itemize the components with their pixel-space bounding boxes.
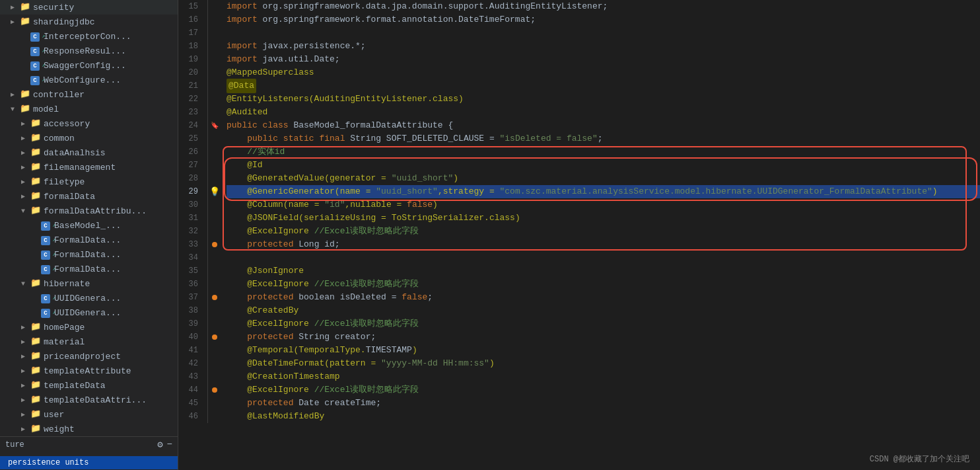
gear-icon[interactable]: ⚙ <box>157 439 162 450</box>
arrow-closed <box>21 396 30 404</box>
token: SOFT_DELETED_CLAUSE <box>386 132 484 145</box>
token: @LastModifiedBy <box>247 410 324 423</box>
sidebar-item-dataAnalhsis[interactable]: 📁dataAnalhsis <box>0 145 178 160</box>
token <box>227 212 247 225</box>
code-line-42: @DateTimeFormat(pattern = "yyyy-MM-dd HH… <box>227 357 980 370</box>
token: @JsonIgnore <box>247 264 304 278</box>
gutter-35 <box>208 264 221 278</box>
gutter-32 <box>208 225 221 238</box>
sidebar-item-controller[interactable]: 📁controller <box>0 87 178 102</box>
sidebar-item-templateDataAttri[interactable]: 📁templateDataAttri... <box>0 393 178 407</box>
code-line-43: @CreationTimestamp <box>227 370 980 383</box>
line-number-32: 32 <box>178 225 202 238</box>
token: //Excel读取时忽略此字段 <box>314 278 419 291</box>
bookmark-icon[interactable]: 🔖 <box>211 122 219 130</box>
token: @ExcelIgnore <box>247 383 314 397</box>
sidebar-item-label: UUIDGenera... <box>54 308 121 318</box>
gutter-29: 💡 <box>208 185 221 198</box>
token <box>227 198 247 212</box>
panel-item-persistence[interactable]: persistence units <box>0 456 178 469</box>
code-line-35: @JsonIgnore <box>227 264 980 278</box>
sidebar-item-label: InterceptorCon... <box>44 32 131 42</box>
code-line-38: @CreatedBy <box>227 304 980 317</box>
sidebar-item-ResponseResul[interactable]: C ↗ ResponseResul... <box>0 44 178 58</box>
sidebar-item-FormalData1[interactable]: C ↗ FormalData... <box>0 233 178 247</box>
sidebar-item-homePage[interactable]: 📁homePage <box>0 320 178 334</box>
sidebar-item-hibernate[interactable]: 📁hibernate <box>0 276 178 291</box>
sidebar-item-label: priceandproject <box>44 352 121 362</box>
sidebar-item-accessory[interactable]: 📁accessory <box>0 116 178 131</box>
token <box>227 172 247 185</box>
token: ) <box>932 185 938 198</box>
line-number-41: 41 <box>178 344 202 357</box>
code-line-40: protected String creator; <box>227 331 980 344</box>
sidebar-item-priceandproject[interactable]: 📁priceandproject <box>0 349 178 364</box>
line-number-23: 23 <box>178 106 202 119</box>
token: org.springframework.format.annotation.Da… <box>263 13 536 26</box>
gutter-42 <box>208 357 221 370</box>
token <box>227 159 247 172</box>
sidebar-item-UUIDGenera1[interactable]: C ↗ UUIDGenera... <box>0 291 178 305</box>
line-number-42: 42 <box>178 357 202 370</box>
line-number-28: 28 <box>178 172 202 185</box>
sidebar-item-label: weight <box>44 424 75 434</box>
sidebar-item-templateAttribute[interactable]: 📁templateAttribute <box>0 364 178 378</box>
minus-icon[interactable]: − <box>167 439 172 450</box>
java-class-icon: C ↗ <box>30 60 41 71</box>
sidebar-item-InterceptorCon[interactable]: C ↗ InterceptorCon... <box>0 29 178 44</box>
sidebar-item-filemanagement[interactable]: 📁filemanagement <box>0 160 178 175</box>
sidebar-item-weight[interactable]: 📁weight <box>0 422 178 436</box>
code-line-44: @ExcelIgnore //Excel读取时忽略此字段 <box>227 383 980 397</box>
sidebar-item-model[interactable]: 📁model <box>0 102 178 116</box>
sidebar-item-formalData[interactable]: 📁formalData <box>0 189 178 204</box>
token: public <box>227 119 263 132</box>
sidebar-item-FormalData2[interactable]: C ↗ FormalData... <box>0 247 178 262</box>
sidebar-item-material[interactable]: 📁material <box>0 334 178 349</box>
token <box>227 132 247 145</box>
sidebar-item-user[interactable]: 📁user <box>0 407 178 422</box>
java-class-icon: C ↗ <box>30 46 41 56</box>
arrow-closed <box>21 134 30 142</box>
sidebar-item-label: hibernate <box>44 279 90 289</box>
code-line-19: import java.util.Date; <box>227 53 980 66</box>
code-lines[interactable]: import org.springframework.data.jpa.doma… <box>221 0 980 423</box>
folder-icon: 📁 <box>20 104 30 114</box>
line-number-43: 43 <box>178 370 202 383</box>
token: //Excel读取时忽略此字段 <box>314 383 419 397</box>
sidebar-item-filetype[interactable]: 📁filetype <box>0 175 178 189</box>
gutter-21 <box>208 79 221 93</box>
token: id; <box>324 238 339 251</box>
gutter-28 <box>208 172 221 185</box>
arrow-closed <box>21 120 30 128</box>
sidebar-item-UUIDGenera2[interactable]: C ↗ UUIDGenera... <box>0 305 178 320</box>
token: //Excel读取时忽略此字段 <box>314 225 419 238</box>
line-number-45: 45 <box>178 397 202 410</box>
sidebar-item-SwaggerConfig[interactable]: C ↗ SwaggerConfig... <box>0 58 178 73</box>
arrow-closed <box>11 18 20 26</box>
sidebar-item-WebConfigure[interactable]: C ↗ WebConfigure... <box>0 73 178 87</box>
sidebar-item-BaseModel_[interactable]: C ↗ BaseModel_... <box>0 218 178 233</box>
sidebar-item-templateData[interactable]: 📁templateData <box>0 378 178 393</box>
code-line-39: @ExcelIgnore //Excel读取时忽略此字段 <box>227 317 980 331</box>
line-number-46: 46 <box>178 410 202 423</box>
line-number-30: 30 <box>178 198 202 212</box>
sidebar-item-FormalData3[interactable]: C ↗ FormalData... <box>0 262 178 276</box>
orange-dot <box>212 295 217 300</box>
sidebar-item-label: ResponseResul... <box>44 46 126 56</box>
gutter-25 <box>208 132 221 145</box>
arrow-closed <box>21 367 30 375</box>
sidebar-item-common[interactable]: 📁common <box>0 131 178 145</box>
code-line-25: public static final String SOFT_DELETED_… <box>227 132 980 145</box>
bulb-icon[interactable]: 💡 <box>209 186 220 197</box>
line-number-38: 38 <box>178 304 202 317</box>
gutter-19 <box>208 53 221 66</box>
sidebar-item-security[interactable]: 📁security <box>0 0 178 15</box>
folder-icon: 📁 <box>30 162 41 173</box>
gutter-30 <box>208 198 221 212</box>
line-number-33: 33 <box>178 238 202 251</box>
arrow-closed <box>21 352 30 360</box>
sidebar-item-formalDataAttrib[interactable]: 📁formalDataAttribu... <box>0 204 178 218</box>
sidebar-item-shardingjdbc[interactable]: 📁shardingjdbc <box>0 15 178 29</box>
token: @CreationTimestamp <box>247 370 339 383</box>
token <box>227 238 247 251</box>
